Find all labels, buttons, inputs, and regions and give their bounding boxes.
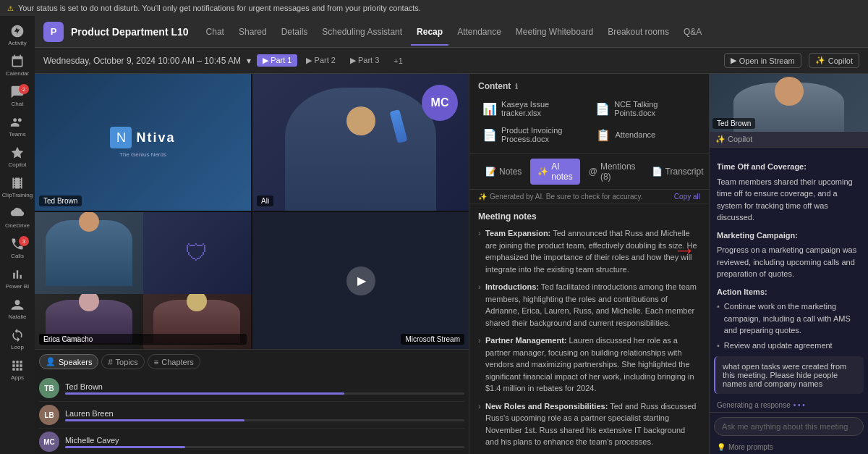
info-icon: ℹ xyxy=(515,83,518,91)
copy-all-button[interactable]: Copy all xyxy=(674,193,700,201)
content-header: Content ℹ xyxy=(478,81,700,91)
notes-tab-ai[interactable]: ✨ AI notes xyxy=(530,159,579,185)
copilot-icon: ✨ xyxy=(815,56,825,65)
nav-tab-scheduling[interactable]: Scheduling Assistant xyxy=(316,24,408,40)
more-prompts-label: More prompts xyxy=(728,443,773,451)
app-layout: Activity Calendar 2 Chat Teams Copilot C… xyxy=(0,16,868,454)
sidebar-item-onedrive[interactable]: OneDrive xyxy=(3,203,32,232)
meeting-header: P Product Department L10 Chat Shared Det… xyxy=(35,16,868,48)
notes-icon: 📝 xyxy=(485,167,496,177)
speakers-tab-topics[interactable]: # Topics xyxy=(101,354,144,369)
nav-tab-recap[interactable]: Recap xyxy=(411,24,448,40)
nav-tab-whiteboard[interactable]: Meeting Whiteboard xyxy=(510,24,599,40)
speaker-name-ted: Ted Brown xyxy=(65,382,464,391)
sub-header-left: Wednesday, October 9, 2024 10:00 AM – 10… xyxy=(43,54,409,67)
svg-point-0 xyxy=(15,300,20,305)
ai-action-items-title: Action Items: xyxy=(717,286,861,298)
note-partner-management: Partner Management: Lauren discussed her… xyxy=(478,335,700,395)
sidebar-item-powerbi[interactable]: Power BI xyxy=(3,264,32,293)
sub-header-right: ▶ Open in Stream ✨ Copilot xyxy=(724,53,859,68)
sidebar-item-cliptraining[interactable]: ClipTraining xyxy=(3,172,32,201)
notes-tabs: 📝 Notes ✨ AI notes @ Mentions (8) 📄 Tran… xyxy=(469,154,709,190)
sidebar-item-copilot[interactable]: Copilot xyxy=(3,142,32,171)
sidebar: Activity Calendar 2 Chat Teams Copilot C… xyxy=(0,16,35,454)
ai-notes-icon: ✨ xyxy=(537,167,548,177)
mentions-tab-label: Mentions (8) xyxy=(600,161,636,182)
sidebar-label-chat: Chat xyxy=(12,101,24,107)
sidebar-item-calls[interactable]: 3 Calls xyxy=(3,233,32,262)
speaker-info-lauren: Lauren Breen xyxy=(65,409,464,421)
file-kaseya[interactable]: 📊 Kaseya Issue tracker.xlsx xyxy=(478,97,588,120)
sidebar-item-natalie[interactable]: Natalie xyxy=(3,294,32,323)
sidebar-label-loop: Loop xyxy=(11,344,24,350)
notes-tab-notes[interactable]: 📝 Notes xyxy=(478,159,529,185)
sidebar-item-teams[interactable]: Teams xyxy=(3,112,32,140)
speaker-name-lauren: Lauren Breen xyxy=(65,409,464,418)
ntiva-logo: N Ntiva The Genius Nerds xyxy=(110,127,175,158)
meeting-notes-title: Meeting notes xyxy=(478,211,700,222)
ntiva-text: Ntiva xyxy=(136,130,175,146)
copilot-button[interactable]: ✨ Copilot xyxy=(809,53,859,68)
ai-chat-input[interactable] xyxy=(714,417,864,436)
video-cell-bottom-left: 🛡 xyxy=(35,212,251,349)
sidebar-label-activity: Activity xyxy=(8,40,26,46)
file-invoicing[interactable]: 📄 Product Invoicing Process.docx xyxy=(478,123,588,146)
chevron-down-icon[interactable]: ▾ xyxy=(247,56,251,66)
ai-action-1: Continue work on the marketing campaign,… xyxy=(717,300,861,337)
mentions-icon: @ xyxy=(589,167,597,177)
ai-panel: Ted Brown ✨ Copilot Time Off and Coverag… xyxy=(709,74,868,454)
ai-generated-note: ✨ Generated by AI. Be sure to check for … xyxy=(469,190,709,204)
sidebar-label-apps: Apps xyxy=(11,374,24,381)
file-attendance[interactable]: 📋 Attendance xyxy=(591,123,701,146)
sidebar-label-cliptraining: ClipTraining xyxy=(2,192,33,198)
ai-section-marketing-text: Progress on a marketing campaign was rev… xyxy=(717,245,856,278)
part-tab-extra[interactable]: +1 xyxy=(388,54,409,67)
speaker-avatar-ted: TB xyxy=(39,378,59,398)
nav-tab-shared[interactable]: Shared xyxy=(233,24,273,40)
sidebar-item-loop[interactable]: Loop xyxy=(3,324,32,353)
meeting-title: Product Department L10 xyxy=(71,26,189,38)
nav-tabs: Chat Shared Details Scheduling Assistant… xyxy=(200,24,708,40)
speakers-tab-chapters[interactable]: ≡ Chapters xyxy=(148,354,200,369)
speakers-tab-speakers[interactable]: 👤 Speakers xyxy=(39,354,98,369)
status-bar: ⚠ Your status is set to do not disturb. … xyxy=(0,0,868,16)
file-grid: 📊 Kaseya Issue tracker.xlsx 📄 NCE Talkin… xyxy=(478,97,700,146)
nav-tab-qa[interactable]: Q&A xyxy=(678,24,707,40)
ai-section-time-off-text: Team members shared their upcoming time … xyxy=(717,177,853,222)
nav-tab-breakout[interactable]: Breakout rooms xyxy=(602,24,675,40)
speakers-tab-label: Speakers xyxy=(59,358,92,366)
sidebar-item-chat[interactable]: 2 Chat xyxy=(3,81,32,110)
chat-message-text: what open tasks were created from this m… xyxy=(723,362,846,388)
part-tab-1[interactable]: ▶ Part 1 xyxy=(257,54,297,67)
file-nce[interactable]: 📄 NCE Talking Points.docx xyxy=(591,97,701,120)
video-cell-ali: MC Ali xyxy=(252,74,469,211)
play-button[interactable]: ▶ xyxy=(346,266,375,295)
calls-badge: 3 xyxy=(19,236,29,246)
stream-icon: ▶ xyxy=(731,56,736,65)
nav-tab-details[interactable]: Details xyxy=(276,24,314,40)
nav-tab-attendance[interactable]: Attendance xyxy=(451,24,507,40)
person-video-shield: 🛡 xyxy=(143,212,252,294)
nav-tab-chat[interactable]: Chat xyxy=(200,24,230,40)
content-title: Content xyxy=(478,81,511,91)
more-prompts-button[interactable]: 💡 More prompts xyxy=(710,440,868,454)
erica-label: Erica Camacho xyxy=(39,334,247,345)
file-kaseya-name: Kaseya Issue tracker.xlsx xyxy=(501,100,583,117)
sidebar-item-activity[interactable]: Activity xyxy=(3,20,32,49)
notes-tab-transcript[interactable]: 📄 Transcript xyxy=(644,159,709,185)
sidebar-item-calendar[interactable]: Calendar xyxy=(3,51,32,80)
speaker-bar-fill-michelle xyxy=(65,446,185,448)
meeting-icon-letter: P xyxy=(51,26,57,37)
attendance-icon: 📋 xyxy=(595,127,611,143)
part-tab-3[interactable]: ▶ Part 3 xyxy=(344,54,385,67)
sidebar-label-calendar: Calendar xyxy=(6,70,29,77)
sidebar-item-apps[interactable]: Apps xyxy=(3,355,32,384)
part-tab-2[interactable]: ▶ Part 2 xyxy=(300,54,341,67)
video-cell-ntiva: N Ntiva The Genius Nerds Ted Brown xyxy=(35,74,251,211)
notes-tab-mentions[interactable]: @ Mentions (8) xyxy=(582,159,643,185)
generating-dots: • • • xyxy=(793,401,805,409)
speaker-bar-lauren xyxy=(65,419,464,421)
sidebar-label-calls: Calls xyxy=(11,253,24,259)
speaker-bar-michelle xyxy=(65,446,464,448)
open-stream-button[interactable]: ▶ Open in Stream xyxy=(724,53,801,68)
